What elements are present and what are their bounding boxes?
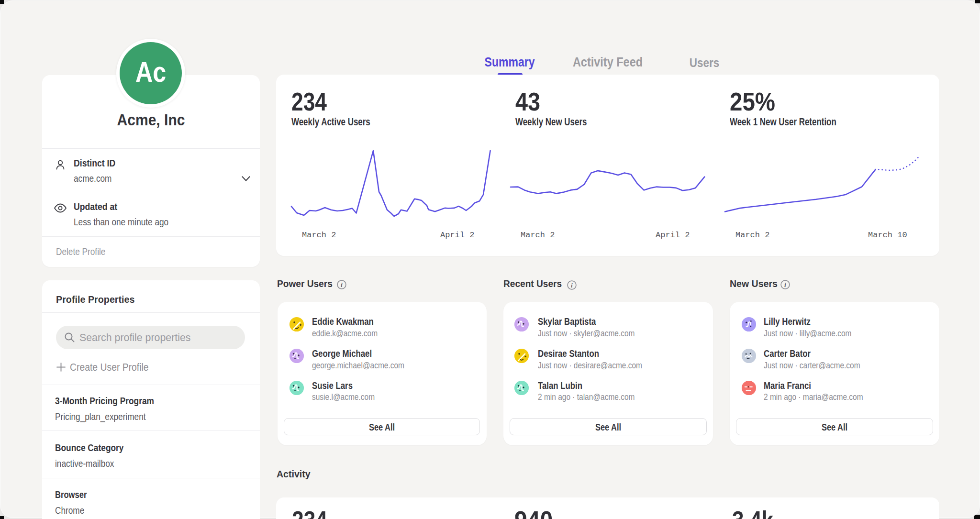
svg-text:i: i bbox=[571, 282, 573, 289]
svg-text:i: i bbox=[784, 281, 786, 288]
svg-text:i: i bbox=[341, 281, 343, 288]
